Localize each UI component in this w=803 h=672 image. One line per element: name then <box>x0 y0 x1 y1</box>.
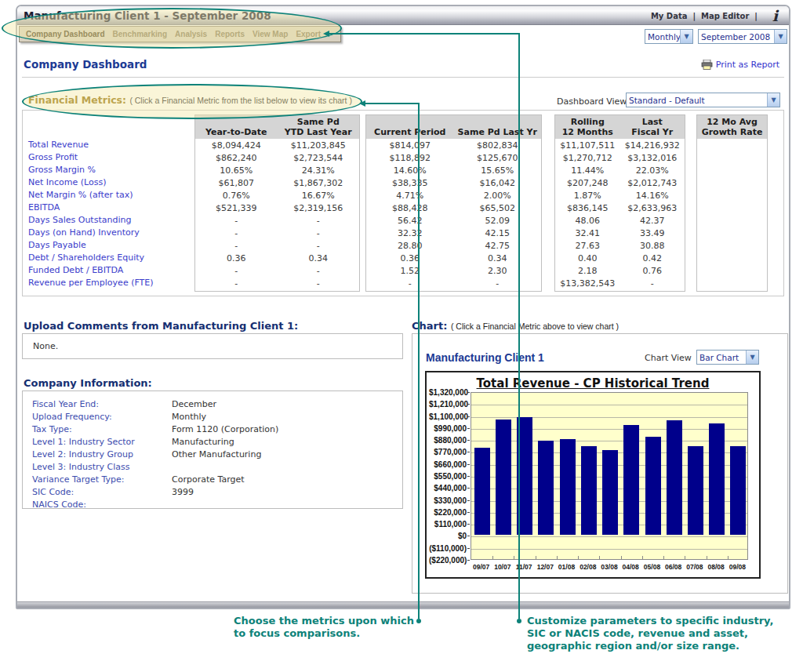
x-axis-label: 08/08 <box>706 563 727 571</box>
metric-value: - <box>195 278 278 291</box>
company-info-row: Variance Target Type:Corporate Target <box>32 474 245 487</box>
company-info-label: Level 1: Industry Sector <box>32 437 172 447</box>
chart-plot-area <box>471 392 748 560</box>
print-as-report-link[interactable]: Print as Report <box>701 60 779 70</box>
metric-value <box>697 241 767 253</box>
y-tick <box>467 440 470 441</box>
y-tick <box>467 452 470 452</box>
bar <box>496 420 511 535</box>
gridline <box>471 417 747 418</box>
table-row <box>697 203 767 216</box>
metric-link[interactable]: Net Margin % (after tax) <box>28 190 154 202</box>
metric-value: 32.32 <box>366 228 454 241</box>
metric-link[interactable]: Gross Margin % <box>28 165 154 177</box>
table-row: 1.87%14.16% <box>555 191 685 203</box>
x-axis-label: 10/07 <box>492 563 513 571</box>
metric-value: - <box>195 216 278 228</box>
divider <box>22 77 784 78</box>
chevron-down-icon[interactable]: ▼ <box>767 93 779 107</box>
bar-chart: Total Revenue - CP Historical Trend $1,3… <box>425 371 761 579</box>
metric-value: $1,270,712 <box>555 153 620 165</box>
info-icon[interactable]: i <box>772 7 778 24</box>
metric-value: $11,203,845 <box>278 140 360 153</box>
metric-link[interactable]: Funded Debt / EBITDA <box>28 265 154 278</box>
company-info-value: 3999 <box>172 487 194 497</box>
y-axis-label: $1,210,000 <box>429 400 467 409</box>
metric-value: - <box>195 241 278 253</box>
gridline <box>471 429 747 430</box>
chart-view-select[interactable]: Bar Chart ▼ <box>696 350 759 365</box>
chevron-down-icon[interactable]: ▼ <box>680 30 692 43</box>
chart-company-title: Manufacturing Client 1 <box>426 351 544 364</box>
printer-icon <box>701 60 713 70</box>
metric-value <box>697 203 767 216</box>
bar <box>730 446 746 535</box>
x-tick <box>685 556 685 560</box>
chevron-down-icon[interactable]: ▼ <box>746 351 758 364</box>
x-axis-label: 11/07 <box>514 563 535 571</box>
company-info-label: Variance Target Type: <box>32 474 172 485</box>
y-tick <box>467 416 470 417</box>
metric-value: 0.34 <box>278 253 360 266</box>
y-tick <box>467 536 470 536</box>
period-select[interactable]: September 2008 ▼ <box>698 29 787 44</box>
x-tick <box>663 556 664 560</box>
metric-value: 15.65% <box>454 165 542 178</box>
table-row: 1.522.30 <box>366 266 541 278</box>
column-header: Same PdYTD Last Year <box>278 115 360 139</box>
table-row: 32.3242.15 <box>366 228 541 241</box>
table-row: 2.180.76 <box>555 266 685 278</box>
y-axis-label: ($110,000) <box>429 544 467 553</box>
dashboard-view-select[interactable]: Standard - Default ▼ <box>626 93 780 107</box>
table-row: $38,335$16,042 <box>366 178 541 191</box>
y-tick <box>467 404 470 405</box>
company-information-box: Fiscal Year End:DecemberUpload Frequency… <box>22 390 403 509</box>
table-row: $1,270,712$3,132,016 <box>555 153 685 165</box>
metric-value: 2.18 <box>555 266 620 278</box>
metric-value: $16,042 <box>454 178 542 191</box>
metric-link[interactable]: Net Income (Loss) <box>28 177 154 190</box>
table-row <box>697 191 767 203</box>
metric-link[interactable]: Debt / Shareholders Equity <box>28 252 154 265</box>
metric-value: - <box>278 216 360 228</box>
metric-link[interactable]: Gross Profit <box>28 152 154 165</box>
metric-value: 30.88 <box>620 241 685 253</box>
my-data-link[interactable]: My Data <box>651 12 688 20</box>
table-row: 32.4133.49 <box>555 228 685 241</box>
map-editor-link[interactable]: Map Editor <box>701 12 749 20</box>
metric-link[interactable]: EBITDA <box>28 202 154 215</box>
gridline <box>471 405 747 405</box>
company-info-row: NAICS Code: <box>32 499 172 512</box>
annotation-line-v1 <box>418 103 420 619</box>
frequency-select[interactable]: Monthly ▼ <box>645 29 693 44</box>
y-axis-label: $660,000 <box>429 460 467 469</box>
metric-value: $88,428 <box>366 203 454 216</box>
table-row: $207,248$2,012,743 <box>555 178 685 191</box>
metric-value: - <box>278 228 360 241</box>
metric-value: - <box>366 278 454 291</box>
y-tick <box>467 524 470 525</box>
period-select-value: September 2008 <box>699 32 774 42</box>
y-axis-label: $550,000 <box>429 472 467 481</box>
metric-link[interactable]: Days Sales Outstanding <box>28 215 154 227</box>
chevron-down-icon[interactable]: ▼ <box>774 30 787 43</box>
table-row: 28.8042.75 <box>366 241 541 253</box>
y-axis-label: $880,000 <box>429 436 467 445</box>
metric-value: $2,319,156 <box>278 203 360 216</box>
table-row: $61,807$1,867,302 <box>195 178 359 191</box>
metric-value: $2,723,544 <box>278 153 360 165</box>
print-as-report-label: Print as Report <box>716 60 779 70</box>
metric-labels-column: Total RevenueGross ProfitGross Margin %N… <box>28 140 154 290</box>
chart-view-label: Chart View <box>645 353 692 363</box>
x-axis-label: 05/08 <box>641 563 663 571</box>
company-information-heading: Company Information: <box>24 377 152 389</box>
table-row: $11,107,511$14,216,932 <box>555 140 685 153</box>
metric-link[interactable]: Revenue per Employee (FTE) <box>28 278 154 290</box>
x-axis-label: 09/07 <box>471 563 492 571</box>
metric-link[interactable]: Days Payable <box>28 240 154 252</box>
metric-link[interactable]: Days (on Hand) Inventory <box>28 227 154 240</box>
table-row: $836,145$2,633,963 <box>555 203 685 216</box>
table-row <box>697 216 767 228</box>
metric-link[interactable]: Total Revenue <box>28 140 154 152</box>
metric-value: 42.37 <box>620 216 685 228</box>
